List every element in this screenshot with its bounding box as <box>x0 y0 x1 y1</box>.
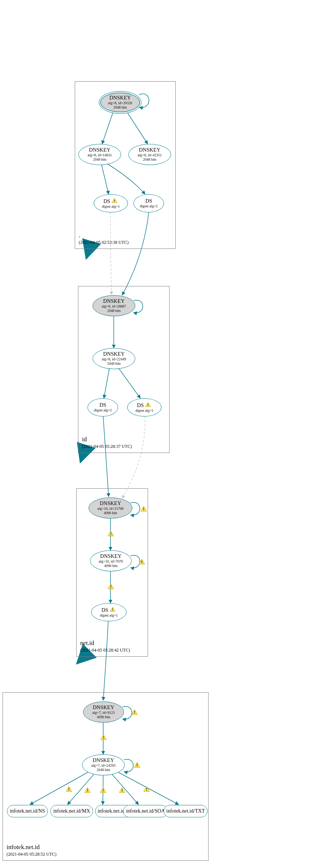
node-title: DNSKEY <box>93 705 114 711</box>
node-sub2: 2048 bits <box>143 157 156 162</box>
node-sub1: alg=10, id=21768 <box>97 507 123 511</box>
rr-soa: infotek.net.id/SOA <box>123 805 168 817</box>
node-title: DNSKEY <box>103 298 125 304</box>
warning-icon <box>108 583 114 589</box>
zone-id-ts: (2021-04-05 05:28:37 UTC) <box>82 444 132 449</box>
node-title: DNSKEY <box>100 554 122 559</box>
node-title: DNSKEY <box>100 501 121 507</box>
warning-icon <box>84 787 91 793</box>
dnskey-netid-ksk: DNSKEY alg=10, id=21768 4096 bits <box>89 497 132 519</box>
warning-icon <box>119 787 125 793</box>
node-sub1: digest alg=1 <box>100 613 118 618</box>
node-sub1: alg=8, id=20326 <box>108 101 132 105</box>
dnskey-root-zsk2: DNSKEY alg=8, id=42351 2048 bits <box>128 144 171 165</box>
warning-icon <box>140 506 147 512</box>
ds-id-2: DS digest alg=2 <box>88 398 118 417</box>
node-sub1: alg=8, id=26887 <box>102 304 126 309</box>
node-title: DNSKEY <box>109 95 131 101</box>
warning-icon <box>139 559 145 564</box>
warning-icon <box>108 531 114 536</box>
node-sub2: 2048 bits <box>107 309 121 313</box>
zone-infotek-name: infotek.net.id <box>7 844 40 851</box>
dnskey-root-zsk1: DNSKEY alg=8, id=14631 2048 bits <box>78 144 121 165</box>
rr-txt: infotek.net.id/TXT <box>164 805 207 817</box>
node-title: DS <box>100 402 106 408</box>
node-sub1: digest alg=1 <box>102 204 120 209</box>
warning-icon <box>131 709 138 715</box>
warning-icon <box>100 734 107 740</box>
node-sub2: 4096 bits <box>104 564 118 568</box>
node-title: DS <box>104 198 110 204</box>
node-sub1: alg=8, id=42351 <box>137 153 162 157</box>
node-sub1: alg=8, id=14631 <box>88 153 112 157</box>
zone-root-name: . <box>79 232 80 239</box>
node-title: DS <box>101 607 108 613</box>
zone-netid-ts: (2021-04-05 05:28:42 UTC) <box>80 648 130 653</box>
dnskey-root-ksk: DNSKEY alg=8, id=20326 2048 bits <box>99 91 141 114</box>
node-title: DNSKEY <box>89 147 110 153</box>
zone-netid-name: net.id <box>80 640 94 647</box>
ds-id-1: DS digest alg=1 <box>127 398 162 417</box>
ds-root-2: DS digest alg=2 <box>133 194 164 212</box>
node-sub1: alg=10, id=7070 <box>99 559 123 564</box>
rr-mx: infotek.net.id/MX <box>50 805 93 817</box>
zone-root-ts: (2021-04-05 02:53:38 UTC) <box>79 240 129 245</box>
dnskey-inf-ksk: DNSKEY alg=7, id=9123 4096 bits <box>83 701 124 723</box>
rr-label: infotek.net.id/SOA <box>126 808 165 814</box>
node-sub2: 2048 bits <box>107 361 121 366</box>
node-title: DNSKEY <box>139 147 160 153</box>
rr-label: infotek.net.id/MX <box>53 808 90 814</box>
ds-root-1: DS digest alg=1 <box>94 194 128 212</box>
node-sub1: digest alg=2 <box>94 408 112 413</box>
node-sub2: 2048 bits <box>93 157 106 162</box>
node-sub1: alg=7, id=9123 <box>92 711 114 715</box>
dnskey-id-zsk: DNSKEY alg=8, id=22449 2048 bits <box>93 348 135 369</box>
dnskey-inf-zsk: DNSKEY alg=7, id=24293 2048 bits <box>82 754 125 775</box>
node-title: DS <box>137 402 144 408</box>
dnskey-id-ksk: DNSKEY alg=8, id=26887 2048 bits <box>93 295 135 316</box>
node-title: DS <box>145 198 152 204</box>
node-sub2: 4096 bits <box>104 511 117 515</box>
rr-ns: infotek.net.id/NS <box>7 805 48 817</box>
node-sub2: 2048 bits <box>97 768 110 772</box>
node-sub1: alg=7, id=24293 <box>91 763 115 768</box>
rr-label: infotek.net.id/TXT <box>166 808 205 814</box>
node-sub2: 4096 bits <box>97 715 110 719</box>
warning-icon <box>134 762 140 768</box>
node-title: DNSKEY <box>103 351 125 357</box>
zone-id-name: id <box>82 436 87 443</box>
warning-icon <box>110 607 116 613</box>
node-sub1: digest alg=1 <box>135 408 153 413</box>
dnskey-netid-zsk: DNSKEY alg=10, id=7070 4096 bits <box>90 550 132 571</box>
warning-icon <box>112 198 118 204</box>
node-title: DNSKEY <box>93 758 114 763</box>
warning-icon <box>143 786 150 792</box>
zone-infotek-ts: (2021-04-05 05:28:52 UTC) <box>7 852 57 857</box>
node-sub1: digest alg=2 <box>140 204 158 208</box>
warning-icon <box>145 402 152 408</box>
warning-icon <box>66 786 72 792</box>
warning-icon <box>100 787 106 793</box>
node-sub2: 2048 bits <box>113 105 127 110</box>
rr-label: infotek.net.id/NS <box>10 808 45 814</box>
node-sub1: alg=8, id=22449 <box>102 357 126 361</box>
ds-netid-1: DS digest alg=1 <box>91 603 127 621</box>
